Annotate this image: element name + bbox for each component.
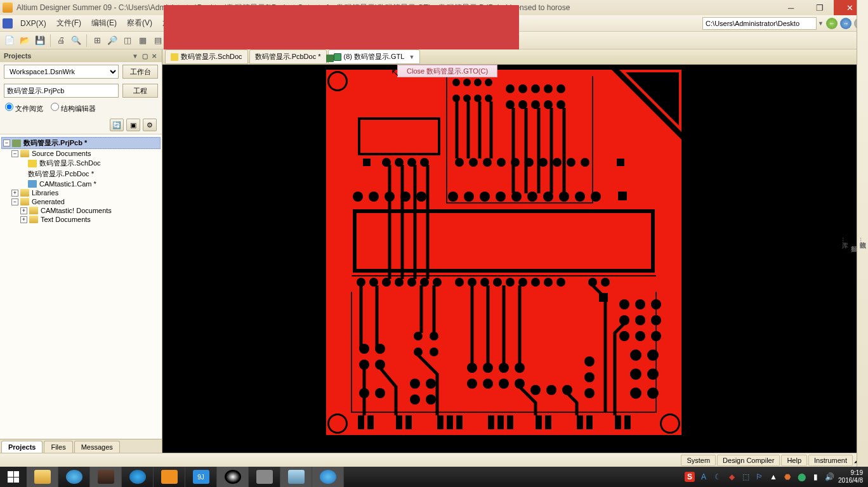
maximize-button[interactable]: ❐ — [805, 0, 834, 15]
project-input[interactable] — [4, 84, 119, 98]
nav-back-button[interactable]: ← — [826, 18, 838, 29]
tree-generated[interactable]: − Generated — [1, 197, 161, 206]
tree-camtastic-docs[interactable]: + CAMtastic! Documents — [1, 206, 161, 215]
options-icon[interactable]: ⚙ — [143, 119, 157, 131]
doc-tab-schdoc[interactable]: 数码管显示.SchDoc — [165, 49, 248, 64]
doc-tab-pcbdoc[interactable]: 数码管显示.PcbDoc * — [249, 49, 327, 64]
panel-close-icon[interactable]: ✕ — [150, 53, 158, 60]
menu-edit[interactable]: 编辑(E) — [86, 16, 122, 30]
tab-context-menu[interactable]: Close 数码管显示.GTO(C) — [397, 65, 497, 77]
panel-dropdown-icon[interactable]: ▼ — [131, 53, 140, 60]
svg-rect-135 — [488, 415, 494, 429]
tray-clock[interactable]: 9:192016/4/8 — [838, 469, 863, 484]
strip-libraries[interactable]: 库… — [840, 4, 849, 477]
tree-source-documents[interactable]: − Source Documents — [1, 149, 161, 158]
tray-icon-3[interactable]: ◆ — [727, 472, 737, 482]
tray-network-icon[interactable]: ▮ — [810, 472, 820, 482]
svg-rect-31 — [360, 120, 438, 153]
menu-dxp[interactable]: DXP(X) — [15, 17, 51, 30]
task-app3[interactable] — [154, 467, 185, 487]
status-design-compiler[interactable]: Design Compiler — [717, 455, 780, 466]
svg-point-82 — [588, 278, 597, 287]
status-system[interactable]: System — [681, 455, 716, 466]
svg-point-66 — [357, 278, 365, 287]
tray-icon-7[interactable]: ⬤ — [796, 472, 806, 482]
ime-icon[interactable]: S — [685, 472, 695, 482]
tab-projects[interactable]: Projects — [1, 441, 43, 453]
expander-icon[interactable]: + — [20, 207, 27, 214]
svg-point-125 — [584, 356, 595, 367]
open-icon[interactable]: 📂 — [18, 34, 32, 48]
task-media-player[interactable] — [58, 467, 90, 487]
tab-messages[interactable]: Messages — [74, 441, 120, 453]
address-input[interactable] — [702, 17, 817, 30]
expander-icon[interactable]: + — [11, 190, 18, 197]
tree-libraries[interactable]: + Libraries — [1, 188, 161, 197]
radio-structure-editor[interactable]: 结构编辑器 — [51, 103, 96, 114]
doc-tab-gtl[interactable]: (8) 数码管显示.GTL▼ — [328, 49, 421, 64]
tray-icon-1[interactable]: A — [699, 472, 709, 482]
task-app2[interactable] — [122, 467, 154, 487]
svg-point-105 — [375, 388, 385, 398]
tree-file-schdoc[interactable]: 数码管显示.SchDoc — [1, 158, 161, 169]
expander-icon[interactable]: − — [11, 150, 18, 157]
svg-point-77 — [506, 278, 515, 287]
svg-point-15 — [485, 79, 492, 86]
strip-clipboard[interactable]: 剪贴板 — [849, 4, 858, 477]
tray-icon-4[interactable]: ⬚ — [740, 472, 751, 482]
new-icon[interactable]: 📄 — [3, 34, 16, 48]
preview-icon[interactable]: 🔍 — [69, 34, 83, 48]
menu-file[interactable]: 文件(F) — [51, 16, 86, 30]
grid-icon[interactable]: ▤ — [151, 34, 165, 48]
address-dropdown-icon[interactable]: ▼ — [818, 20, 824, 27]
radio-file-view[interactable]: 文件阅览 — [5, 103, 43, 114]
tray-icon-5[interactable]: 🏳 — [754, 472, 765, 482]
print-icon[interactable]: 🖨 — [54, 34, 68, 48]
task-notepad[interactable] — [280, 467, 312, 487]
tray-icon-2[interactable]: ☾ — [713, 472, 723, 482]
menu-view[interactable]: 察看(V) — [122, 16, 157, 30]
task-explorer[interactable] — [27, 467, 58, 487]
svg-point-120 — [499, 379, 509, 389]
tree-project-root[interactable]: − 数码管显示.PrjPcb * — [1, 137, 161, 149]
save-icon[interactable]: 💾 — [33, 34, 47, 48]
tab-files[interactable]: Files — [44, 441, 72, 453]
layers-icon[interactable]: ▦ — [136, 34, 150, 48]
svg-point-56 — [496, 192, 506, 202]
editor-area: 数码管显示.SchDoc 数码管显示.PcbDoc * (8) 数码管显示.GT… — [162, 49, 868, 453]
workspace-select[interactable]: Workspace1.DsnWrk — [4, 65, 119, 79]
right-panel-strip[interactable]: 收藏的… 剪贴板 库… — [857, 0, 868, 487]
tree-file-pcbdoc[interactable]: 数码管显示.PcbDoc * — [1, 169, 161, 179]
svg-rect-138 — [536, 415, 542, 429]
tray-volume-icon[interactable]: 🔊 — [824, 472, 834, 482]
tree-file-cam[interactable]: CAMtastic1.Cam * — [1, 179, 161, 188]
expander-icon[interactable]: − — [11, 198, 18, 205]
task-camera[interactable] — [249, 467, 280, 487]
project-button[interactable]: 工程 — [122, 84, 158, 98]
gerber-canvas[interactable] — [162, 65, 868, 453]
svg-point-29 — [556, 100, 565, 109]
panel-pin-icon[interactable]: ▢ — [141, 53, 149, 60]
task-app4[interactable]: 9J — [185, 467, 217, 487]
task-app1[interactable] — [90, 467, 122, 487]
start-button[interactable] — [0, 467, 27, 487]
minimize-button[interactable]: ─ — [777, 0, 805, 15]
status-help[interactable]: Help — [781, 455, 807, 466]
tray-icon-6[interactable]: ⬣ — [782, 472, 792, 482]
svg-point-21 — [518, 84, 527, 93]
workspace-button[interactable]: 工作台 — [122, 65, 158, 79]
task-qq[interactable] — [217, 467, 249, 487]
sch-icon — [171, 53, 178, 61]
tray-up-icon[interactable]: ▲ — [768, 472, 779, 482]
expander-icon[interactable]: + — [20, 216, 27, 223]
tree-text-docs[interactable]: + Text Documents — [1, 215, 161, 224]
zoom-in-icon[interactable]: 🔎 — [105, 34, 119, 48]
zoom-fit-icon[interactable]: ⊞ — [90, 34, 104, 48]
strip-favorites[interactable]: 收藏的… — [858, 4, 867, 477]
refresh-icon[interactable]: 🔄 — [110, 119, 124, 131]
expand-icon[interactable]: ▣ — [126, 119, 140, 131]
tab-dropdown-icon[interactable]: ▼ — [409, 54, 414, 60]
task-ie[interactable] — [312, 467, 344, 487]
zoom-area-icon[interactable]: ◫ — [121, 34, 135, 48]
expander-icon[interactable]: − — [3, 140, 10, 146]
